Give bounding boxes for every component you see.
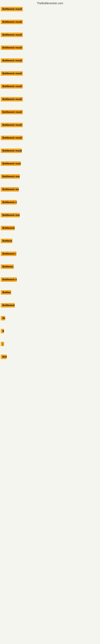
list-item: Bottleneck result [1, 134, 100, 143]
row-spacer [0, 182, 100, 186]
bottleneck-badge[interactable]: Bottleneck [1, 303, 15, 308]
row-spacer [0, 195, 100, 199]
list-item: Bottleneck result [1, 186, 100, 195]
row-spacer [0, 324, 100, 328]
bottleneck-badge[interactable]: Bo [1, 316, 5, 320]
list-item: Bottleneck re [1, 199, 100, 208]
row-spacer [0, 362, 100, 366]
row-spacer [0, 311, 100, 315]
bottleneck-badge[interactable]: Bottleneck result [1, 97, 23, 102]
row-spacer [0, 130, 100, 134]
list-item: Bottleneck result [1, 160, 100, 169]
list-item: Bottleneck result [1, 83, 100, 92]
list-item: Bott [1, 354, 100, 362]
bottleneck-badge[interactable]: Bottleneck result [1, 46, 23, 50]
row-spacer [0, 298, 100, 302]
list-item: Bottlenec [1, 263, 100, 272]
list-item: Bottleneck result [1, 173, 100, 182]
bottleneck-badge[interactable]: Bottleneck resul [1, 213, 20, 217]
site-header: TheBottlenecker.com [0, 0, 100, 6]
bottleneck-badge[interactable]: Bottleneck result [1, 162, 21, 166]
row-spacer [0, 220, 100, 224]
row-spacer [0, 143, 100, 147]
row-spacer [0, 259, 100, 263]
row-spacer [0, 285, 100, 289]
bottleneck-badge[interactable]: Bottleneck re [1, 200, 17, 204]
bottleneck-badge[interactable]: Bottleneck result [1, 32, 23, 37]
bottleneck-badge[interactable]: Bottleneck result [1, 148, 22, 153]
list-item: Bottlene [1, 238, 100, 246]
list-item: B [1, 328, 100, 336]
list-item: Bottleneck resul [1, 212, 100, 220]
bottleneck-badge[interactable]: | [1, 342, 4, 346]
bottleneck-badge[interactable]: Bottleneck result [1, 84, 23, 88]
list-item: Bottleneck re [1, 276, 100, 285]
bottleneck-badge[interactable]: Bott [1, 354, 7, 359]
row-spacer [0, 92, 100, 96]
list-item: Bo [1, 315, 100, 324]
row-spacer [0, 40, 100, 44]
list-item: Bottleneck [1, 302, 100, 311]
bottleneck-badge[interactable]: Bottleneck result [1, 187, 19, 192]
list-item: Bottleneck result [1, 147, 100, 156]
bottleneck-badge[interactable]: Bottleneck result [1, 7, 23, 11]
bottleneck-badge[interactable]: Bottleneck result [1, 174, 20, 179]
bottleneck-badge[interactable]: Bottlen [1, 290, 11, 295]
bottleneck-badge[interactable]: Bottleneck r [1, 252, 16, 256]
bottleneck-badge[interactable]: Bottleneck result [1, 110, 23, 114]
bottleneck-badge[interactable]: Bottleneck result [1, 20, 23, 24]
row-spacer [0, 272, 100, 276]
list-item: | [1, 340, 100, 349]
bottleneck-badge[interactable]: Bottleneck result [1, 58, 23, 63]
row-spacer [0, 14, 100, 18]
row-spacer [0, 208, 100, 212]
bottleneck-badge[interactable]: Bottlene [1, 239, 12, 243]
bottleneck-badge[interactable]: Bottleneck result [1, 71, 23, 76]
list-item: Bottleneck result [1, 44, 100, 53]
list-item: Bottleneck r [1, 250, 100, 259]
row-spacer [0, 118, 100, 122]
row-spacer [0, 234, 100, 238]
list-item: Bottleneck result [1, 6, 100, 14]
bottleneck-badge[interactable]: Bottleneck result [1, 136, 23, 140]
bottleneck-badge[interactable]: Bottleneck re [1, 277, 17, 282]
list-item: Bottleneck result [1, 96, 100, 105]
list-item: Bottlen [1, 289, 100, 298]
list-item: Bottleneck result [1, 57, 100, 66]
list-item: Bottleneck result [1, 122, 100, 130]
bottleneck-badge[interactable]: Bottleneck result [1, 123, 23, 127]
row-spacer [0, 79, 100, 83]
list-item: Bottleneck result [1, 18, 100, 27]
row-spacer [0, 66, 100, 70]
row-spacer [0, 156, 100, 160]
row-spacer [0, 27, 100, 32]
bottleneck-badge[interactable]: Bottleneck [1, 226, 15, 230]
row-spacer [0, 246, 100, 250]
row-spacer [0, 336, 100, 340]
list-item: Bottleneck result [1, 70, 100, 79]
row-spacer [0, 349, 100, 354]
bottleneck-badge[interactable]: Bottlenec [1, 264, 14, 269]
row-spacer [0, 53, 100, 57]
row-spacer [0, 105, 100, 109]
row-spacer [0, 169, 100, 173]
list-item: Bottleneck [1, 224, 100, 234]
list-item: Bottleneck result [1, 109, 100, 118]
list-item: Bottleneck result [1, 32, 100, 40]
items-container: Bottleneck resultBottleneck resultBottle… [0, 6, 100, 366]
bottleneck-badge[interactable]: B [1, 329, 4, 333]
